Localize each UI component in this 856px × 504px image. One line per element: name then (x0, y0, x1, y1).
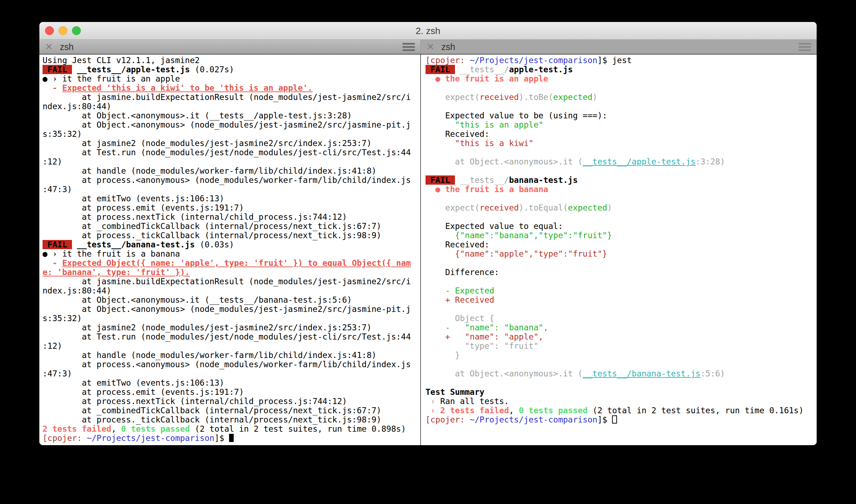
terminal-line: - Expected Object({ name: 'apple', type:… (43, 258, 420, 268)
terminal-line: FAIL __tests__/banana-test.js (426, 175, 817, 185)
terminal-line: Expected value to be (using ===): (426, 111, 817, 120)
terminal-line: at Object.<anonymous> (node_modules/jest… (43, 304, 420, 314)
terminal-line: ● › it the fruit is a banana (43, 249, 420, 258)
terminal-line: - "name": "banana", (426, 323, 817, 332)
tab-label: zsh (441, 42, 455, 52)
tab-left-zsh[interactable]: ✕ zsh (39, 40, 421, 54)
terminal-line: at process.<anonymous> (node_modules/wor… (43, 175, 420, 185)
terminal-line: at Test.run (node_modules/jest/node_modu… (43, 148, 420, 157)
terminal-line: "this is an apple" (426, 120, 817, 129)
terminal-line: [cpojer: ~/Projects/jest-comparison]$ (43, 433, 420, 443)
terminal-line: expect(received).toEqual(expected) (426, 203, 817, 212)
terminal-line: {"name":"banana","type":"fruit"} (426, 231, 817, 240)
terminal-line (426, 360, 817, 369)
terminal-line: "type": "fruit" (426, 341, 817, 351)
terminal-line: at jasmine.buildExpectationResult (node_… (43, 277, 420, 286)
terminal-line: Test Summary (426, 387, 817, 397)
right-terminal[interactable]: [cpojer: ~/Projects/jest-comparison]$ je… (421, 55, 817, 445)
terminal-line: at emitTwo (events.js:106:13) (43, 194, 420, 203)
terminal-line: ● the fruit is an apple (426, 74, 817, 83)
window-title: 2. zsh (39, 22, 817, 40)
terminal-line (426, 102, 817, 111)
terminal-line: "this is a kiwi" (426, 139, 817, 148)
tab-bar: ✕ zsh ✕ zsh (39, 40, 817, 55)
terminal-line: at process.nextTick (internal/child_proc… (43, 212, 420, 222)
close-tab-icon[interactable]: ✕ (45, 42, 53, 51)
terminal-line: at _combinedTickCallback (internal/proce… (43, 406, 420, 415)
terminal-line: at handle (node_modules/worker-farm/lib/… (43, 351, 420, 360)
terminal-line: at Object.<anonymous>.it (__tests__/bana… (426, 369, 817, 378)
text-cursor (229, 434, 234, 442)
terminal-line: › 2 tests failed, 0 tests passed (2 tota… (426, 406, 817, 415)
terminal-line: + "name": "apple", (426, 332, 817, 341)
terminal-line (426, 378, 817, 387)
terminal-line: at jasmine2 (node_modules/jest-jasmine2/… (43, 139, 420, 148)
terminal-line: at emitTwo (events.js:106:13) (43, 378, 420, 387)
terminal-line (426, 148, 817, 157)
terminal-line: {"name":"apple","type":"fruit"} (426, 249, 817, 258)
terminal-line (426, 83, 817, 93)
terminal-line: s:35:32) (43, 129, 420, 139)
terminal-line: Received: (426, 240, 817, 249)
terminal-line (426, 277, 817, 286)
text-cursor (612, 415, 617, 424)
terminal-line: at Object.<anonymous>.it (__tests__/appl… (43, 111, 420, 120)
terminal-line: s:35:32) (43, 314, 420, 323)
terminal-line: Using Jest CLI v12.1.1, jasmine2 (43, 56, 420, 65)
terminal-line: ndex.js:80:44) (43, 286, 420, 295)
terminal-line: :47:3) (43, 185, 420, 194)
terminal-line (426, 258, 817, 268)
terminal-line: at Object.<anonymous>.it (__tests__/appl… (426, 157, 817, 166)
terminal-line (426, 166, 817, 175)
terminal-line: + Received (426, 295, 817, 304)
terminal-line: :47:3) (43, 369, 420, 378)
terminal-line: at process.emit (events.js:191:7) (43, 387, 420, 397)
terminal-line: at handle (node_modules/worker-farm/lib/… (43, 166, 420, 175)
terminal-line: at process.nextTick (internal/child_proc… (43, 397, 420, 406)
terminal-line: at jasmine2 (node_modules/jest-jasmine2/… (43, 323, 420, 332)
terminal-content: Using Jest CLI v12.1.1, jasmine2 FAIL __… (39, 55, 817, 445)
terminal-line: FAIL __tests__/banana-test.js (0.03s) (43, 240, 420, 249)
terminal-line: 2 tests failed, 0 tests passed (2 total … (43, 424, 420, 433)
terminal-line: ● › it the fruit is an apple (43, 74, 420, 83)
terminal-line: Difference: (426, 268, 817, 277)
terminal-line: at process.<anonymous> (node_modules/wor… (43, 360, 420, 369)
terminal-line: at Test.run (node_modules/jest/node_modu… (43, 332, 420, 341)
tab-right-zsh[interactable]: ✕ zsh (421, 40, 817, 54)
titlebar[interactable]: 2. zsh (39, 22, 817, 40)
terminal-line (426, 212, 817, 222)
tab-label: zsh (60, 42, 74, 52)
close-tab-icon[interactable]: ✕ (427, 42, 434, 51)
terminal-line: at _combinedTickCallback (internal/proce… (43, 222, 420, 231)
terminal-line: - Expected 'this is a kiwi' to be 'this … (43, 83, 420, 93)
terminal-line: at Object.<anonymous>.it (__tests__/bana… (43, 295, 420, 304)
menu-icon[interactable] (799, 43, 811, 51)
terminal-line: } (426, 351, 817, 360)
terminal-line (426, 194, 817, 203)
terminal-line: at process._tickCallback (internal/proce… (43, 231, 420, 240)
terminal-line: at process._tickCallback (internal/proce… (43, 415, 420, 424)
terminal-line: at jasmine.buildExpectationResult (node_… (43, 93, 420, 102)
terminal-line: Received: (426, 129, 817, 139)
terminal-line: › Ran all tests. (426, 397, 817, 406)
terminal-line: e: 'banana', type: 'fruit' }). (43, 268, 420, 277)
terminal-line: at process.emit (events.js:191:7) (43, 203, 420, 212)
terminal-line: - Expected (426, 286, 817, 295)
terminal-line: Object { (426, 314, 817, 323)
menu-icon[interactable] (402, 43, 415, 51)
terminal-window: 2. zsh ✕ zsh ✕ zsh Using Jest CLI v12.1.… (39, 22, 817, 445)
left-terminal[interactable]: Using Jest CLI v12.1.1, jasmine2 FAIL __… (39, 55, 421, 445)
terminal-line: :12) (43, 341, 420, 351)
terminal-line: expect(received).toBe(expected) (426, 93, 817, 102)
terminal-line: ndex.js:80:44) (43, 102, 420, 111)
terminal-line: FAIL __tests__/apple-test.js (0.027s) (43, 65, 420, 74)
terminal-line: :12) (43, 157, 420, 166)
terminal-line: [cpojer: ~/Projects/jest-comparison]$ (426, 415, 817, 424)
desktop: { "window": { "title": "2. zsh" }, "tabs… (0, 0, 856, 504)
terminal-line: at Object.<anonymous> (node_modules/jest… (43, 120, 420, 129)
terminal-line: ● the fruit is a banana (426, 185, 817, 194)
terminal-line (426, 304, 817, 314)
terminal-line: [cpojer: ~/Projects/jest-comparison]$ je… (426, 56, 817, 65)
terminal-line: FAIL __tests__/apple-test.js (426, 65, 817, 74)
terminal-line: Expected value to equal: (426, 222, 817, 231)
